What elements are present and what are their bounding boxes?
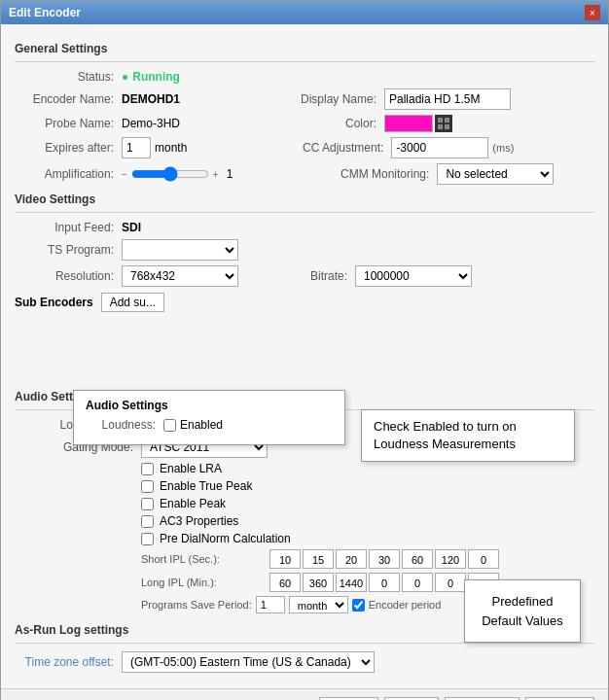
expires-row: Expires after: month CC Adjustment: (ms) xyxy=(15,137,594,158)
resolution-row: Resolution: 768x432 Bitrate: 1000000 xyxy=(15,265,594,287)
long-ipl-cell-0: 60 xyxy=(269,573,301,592)
sub-encoders-header: Sub Encoders xyxy=(15,296,93,309)
timezone-select[interactable]: (GMT-05:00) Eastern Time (US & Canada) xyxy=(122,651,375,673)
edit-encoder-window: Edit Encoder × General Settings Status: … xyxy=(0,0,609,700)
ac3-properties-label: AC3 Properties xyxy=(160,514,238,528)
short-ipl-cell-2: 20 xyxy=(336,549,367,569)
svg-rect-3 xyxy=(445,124,449,129)
long-ipl-cell-1: 360 xyxy=(303,573,334,592)
enable-true-peak-checkbox[interactable] xyxy=(141,480,154,493)
short-ipl-table: Short IPL (Sec.): 10 15 20 30 60 120 0 xyxy=(141,549,594,569)
video-settings-header: Video Settings xyxy=(15,192,594,206)
input-feed-row: Input Feed: SDI xyxy=(15,221,594,234)
add-sub-encoder-button[interactable]: Add su... xyxy=(101,293,164,312)
long-ipl-cell-4: 0 xyxy=(402,573,433,592)
enable-true-peak-row: Enable True Peak xyxy=(141,479,594,493)
short-ipl-cell-4: 60 xyxy=(402,549,433,569)
status-value: Running xyxy=(132,70,180,84)
short-ipl-cell-3: 30 xyxy=(369,549,400,569)
audio-settings-tooltip: Audio Settings Loudness: Enabled xyxy=(73,390,345,445)
pre-dialnorm-row: Pre DialNorm Calculation xyxy=(141,532,594,545)
timezone-row: Time zone offset: (GMT-05:00) Eastern Ti… xyxy=(15,651,594,673)
window-title: Edit Encoder xyxy=(9,6,81,19)
amplification-value: 1 xyxy=(227,167,233,181)
color-picker-icon[interactable] xyxy=(435,115,452,132)
long-ipl-cell-5: 0 xyxy=(435,573,466,592)
enable-lra-label: Enable LRA xyxy=(160,462,222,475)
cmm-monitoring-label: CMM Monitoring: xyxy=(310,167,437,181)
slider-plus-icon: + xyxy=(213,169,219,180)
display-name-label: Display Name: xyxy=(258,92,384,106)
ts-program-label: TS Program: xyxy=(15,243,122,257)
color-box[interactable] xyxy=(384,115,433,132)
sub-encoders-area: Sub Encoders Add su... xyxy=(15,293,594,312)
audio-tooltip-loudness-row: Loudness: Enabled xyxy=(86,418,333,432)
expires-label: Expires after: xyxy=(15,141,122,155)
audio-section-wrapper: Audio Settings Loudness: Enabled Check E… xyxy=(15,390,594,613)
cc-unit: (ms) xyxy=(492,142,514,154)
timezone-label: Time zone offset: xyxy=(15,655,122,669)
audio-tooltip-loudness-label: Loudness: xyxy=(86,418,163,432)
ts-program-row: TS Program: xyxy=(15,239,594,261)
amplification-row: Amplification: − + 1 CMM Monitoring: No … xyxy=(15,163,594,185)
status-dot: ● xyxy=(122,70,128,84)
short-ipl-cell-0: 10 xyxy=(269,549,301,569)
input-feed-value: SDI xyxy=(122,221,141,234)
amplification-slider[interactable] xyxy=(131,166,209,182)
short-ipl-label: Short IPL (Sec.): xyxy=(141,553,268,565)
programs-save-label: Programs Save Period: xyxy=(141,599,252,611)
enable-lra-checkbox[interactable] xyxy=(141,463,154,475)
amplification-slider-container: − + 1 xyxy=(122,166,233,182)
display-name-input[interactable] xyxy=(384,88,511,110)
ac3-properties-row: AC3 Properties xyxy=(141,514,594,528)
short-ipl-cell-6: 0 xyxy=(468,549,499,569)
long-ipl-cell-3: 0 xyxy=(369,573,400,592)
audio-tooltip-enabled-checkbox[interactable] xyxy=(163,419,176,432)
as-run-divider xyxy=(15,643,594,644)
amplification-label: Amplification: xyxy=(15,167,122,181)
encoder-name-row: Encoder Name: DEMOHD1 Display Name: xyxy=(15,88,594,110)
close-button[interactable]: × xyxy=(585,5,600,20)
expires-value[interactable] xyxy=(122,137,151,158)
pre-dialnorm-label: Pre DialNorm Calculation xyxy=(160,532,291,545)
svg-rect-1 xyxy=(445,118,449,122)
enable-peak-checkbox[interactable] xyxy=(141,498,154,510)
svg-rect-0 xyxy=(438,118,443,122)
enable-peak-row: Enable Peak xyxy=(141,497,594,510)
input-feed-label: Input Feed: xyxy=(15,221,122,234)
loudness-note-text: Check Enabled to turn on Loudness Measur… xyxy=(374,419,517,451)
loudness-note-tooltip: Check Enabled to turn on Loudness Measur… xyxy=(361,409,575,462)
encoder-period-label: Encoder period xyxy=(369,599,442,611)
bitrate-label: Bitrate: xyxy=(297,269,355,283)
enable-peak-label: Enable Peak xyxy=(160,497,226,510)
cmm-monitoring-select[interactable]: No selected xyxy=(437,163,554,185)
long-ipl-label: Long IPL (Min.): xyxy=(141,577,268,588)
status-row: Status: ● Running xyxy=(15,70,594,84)
video-divider xyxy=(15,212,594,213)
resolution-select[interactable]: 768x432 xyxy=(122,265,238,287)
programs-save-value[interactable] xyxy=(256,596,285,613)
content-area: General Settings Status: ● Running Encod… xyxy=(1,24,608,688)
audio-tooltip-enabled-label: Enabled xyxy=(180,418,223,432)
encoder-period-checkbox[interactable] xyxy=(352,599,365,612)
predefined-tooltip-text: Predefined Default Values xyxy=(482,594,563,628)
color-label: Color: xyxy=(258,117,384,130)
status-label: Status: xyxy=(15,70,122,84)
short-ipl-cell-1: 15 xyxy=(303,549,334,569)
cc-adjustment-label: CC Adjustment: xyxy=(265,141,391,155)
encoder-name-label: Encoder Name: xyxy=(15,92,122,106)
short-ipl-cell-5: 120 xyxy=(435,549,466,569)
cc-adjustment-input[interactable] xyxy=(391,137,488,158)
ts-program-select[interactable] xyxy=(122,239,238,261)
probe-name-label: Probe Name: xyxy=(15,117,122,130)
programs-save-unit-select[interactable]: month xyxy=(289,596,348,613)
bottom-buttons-bar: Save Test Preview Cancel xyxy=(1,688,608,700)
general-divider xyxy=(15,61,594,62)
title-bar: Edit Encoder × xyxy=(1,1,608,24)
pre-dialnorm-checkbox[interactable] xyxy=(141,533,154,545)
bitrate-select[interactable]: 1000000 xyxy=(355,265,472,287)
general-settings-header: General Settings xyxy=(15,42,594,55)
encoder-name-value: DEMOHD1 xyxy=(122,92,180,106)
slider-minus-icon: − xyxy=(122,169,127,180)
ac3-properties-checkbox[interactable] xyxy=(141,515,154,528)
